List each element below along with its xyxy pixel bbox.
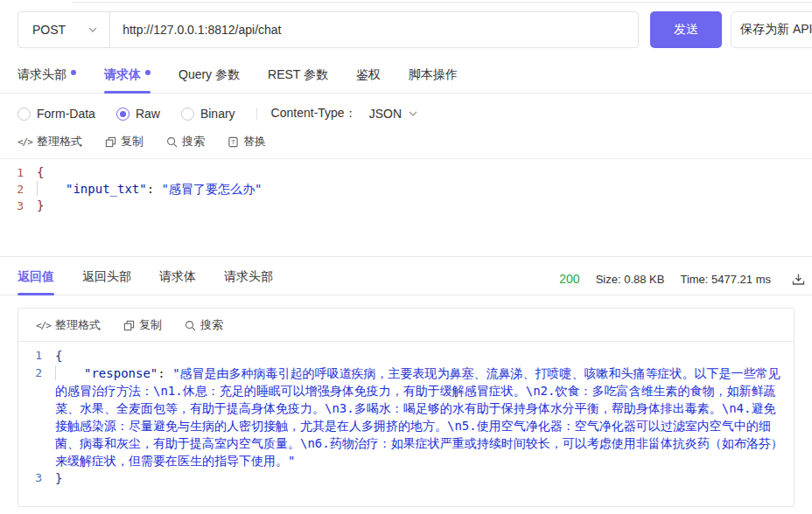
json-value: "感冒是由多种病毒引起的呼吸道疾病，主要表现为鼻塞、流鼻涕、打喷嚏、咳嗽和头痛等… [55, 366, 783, 468]
line-number: 2 [0, 181, 37, 198]
replace-icon: T [228, 136, 239, 148]
send-button[interactable]: 发送 [650, 11, 722, 48]
radio-label: Raw [136, 107, 160, 121]
tool-label: 搜索 [182, 134, 205, 149]
json-colon: : [158, 366, 172, 380]
tool-label: 替换 [243, 134, 266, 149]
radio-label: Binary [200, 107, 235, 121]
window-tab-edge [72, 0, 812, 3]
tab-label: 返回值 [18, 269, 54, 283]
line-number: 3 [0, 198, 37, 214]
brace: { [55, 349, 62, 363]
radio-label: Form-Data [37, 107, 95, 121]
content-type-value: JSON [369, 107, 402, 121]
tool-label: 复制 [121, 134, 144, 149]
save-as-new-api-button[interactable]: 保存为新 API [731, 11, 812, 48]
tab-label: 返回头部 [82, 269, 131, 283]
search-button[interactable]: 搜索 [166, 134, 205, 149]
response-tabs-row: 返回值 返回头部 请求体 请求头部 200 Size: 0.88 KB Time… [0, 264, 812, 295]
chevron-down-icon [409, 111, 417, 116]
request-tabs: 请求头部 请求体 Query 参数 REST 参数 鉴权 脚本操作 [0, 62, 812, 94]
code-line: 3 } [0, 198, 812, 214]
url-group: POST [18, 11, 639, 48]
section-divider [0, 256, 812, 257]
tab-sent-headers[interactable]: 请求头部 [224, 264, 273, 295]
code-line: 3 } [18, 469, 794, 487]
line-number: 3 [18, 469, 55, 487]
indent-guide [37, 181, 66, 196]
code-line: 2 "input_txt": "感冒了要怎么办" [0, 181, 812, 198]
indent-guide [55, 365, 84, 380]
tab-response-body[interactable]: 返回值 [18, 264, 54, 295]
code-icon: </> [36, 320, 51, 331]
tab-label: 请求体 [104, 67, 141, 81]
tab-label: Query 参数 [178, 67, 240, 81]
method-select[interactable]: POST [18, 12, 110, 47]
request-bar: POST 发送 保存为新 API [18, 11, 812, 48]
response-meta: 200 Size: 0.88 KB Time: 5477.21 ms [559, 272, 805, 295]
tool-label: 复制 [139, 317, 162, 333]
radio-icon [18, 108, 31, 121]
tool-label: 整理格式 [37, 134, 82, 149]
modified-dot [71, 70, 76, 75]
divider [256, 108, 257, 120]
response-editor[interactable]: 1 { 2 "response": "感冒是由多种病毒引起的呼吸道疾病，主要表现… [18, 342, 794, 506]
url-input[interactable] [110, 12, 638, 47]
json-value: "感冒了要怎么办" [162, 182, 262, 196]
tool-label: 搜索 [200, 317, 223, 333]
radio-binary[interactable]: Binary [181, 107, 235, 121]
line-number: 1 [0, 164, 37, 181]
tab-label: 请求体 [159, 269, 196, 283]
tab-response-headers[interactable]: 返回头部 [82, 264, 131, 295]
tab-label: 鉴权 [356, 67, 381, 81]
content-type-select[interactable]: JSON [369, 107, 417, 121]
search-icon [166, 136, 178, 148]
copy-icon [105, 136, 116, 148]
tab-label: REST 参数 [268, 67, 328, 81]
tab-sent-body[interactable]: 请求体 [159, 264, 196, 295]
response-toolbar: </> 整理格式 复制 搜索 [18, 309, 794, 342]
format-button[interactable]: </> 整理格式 [36, 317, 101, 333]
request-editor[interactable]: 1 { 2 "input_txt": "感冒了要怎么办" 3 } [0, 158, 812, 214]
method-value: POST [32, 23, 66, 37]
status-code: 200 [559, 272, 579, 286]
radio-raw[interactable]: Raw [116, 107, 160, 121]
line-number: 2 [18, 365, 55, 469]
tab-rest-params[interactable]: REST 参数 [268, 62, 328, 93]
search-icon [185, 320, 196, 331]
format-button[interactable]: </> 整理格式 [18, 134, 82, 149]
tab-scripts[interactable]: 脚本操作 [409, 62, 458, 93]
request-editor-toolbar: </> 整理格式 复制 搜索 T 替换 [18, 134, 812, 149]
tab-label: 脚本操作 [409, 67, 458, 81]
body-type-row: Form-Data Raw Binary Content-Type： JSON [18, 106, 812, 122]
tab-label: 请求头部 [18, 67, 66, 81]
code-line: 1 { [0, 164, 812, 181]
radio-checked-icon [116, 108, 130, 121]
tab-request-headers[interactable]: 请求头部 [18, 62, 76, 93]
code-line: 2 "response": "感冒是由多种病毒引起的呼吸道疾病，主要表现为鼻塞、… [18, 365, 794, 469]
copy-button[interactable]: 复制 [105, 134, 144, 149]
response-size: Size: 0.88 KB [596, 273, 665, 286]
brace: } [37, 198, 44, 212]
line-number: 1 [18, 347, 55, 365]
radio-form-data[interactable]: Form-Data [18, 107, 95, 121]
brace: { [37, 165, 44, 179]
json-colon: : [147, 182, 162, 196]
radio-icon [181, 108, 194, 121]
tab-query-params[interactable]: Query 参数 [178, 62, 240, 93]
response-panel: </> 整理格式 复制 搜索 1 { 2 "response": "感冒是由多种… [18, 308, 794, 507]
code-line: 1 { [18, 347, 794, 365]
json-key: "response" [84, 366, 158, 380]
search-button[interactable]: 搜索 [185, 317, 223, 333]
copy-button[interactable]: 复制 [123, 317, 162, 333]
tab-request-body[interactable]: 请求体 [104, 62, 150, 93]
chevron-down-icon [88, 27, 97, 32]
tab-label: 请求头部 [224, 269, 273, 283]
svg-text:T: T [230, 138, 235, 145]
tab-auth[interactable]: 鉴权 [356, 62, 381, 93]
replace-button[interactable]: T 替换 [228, 134, 266, 149]
download-icon[interactable] [792, 273, 805, 286]
copy-icon [123, 320, 135, 331]
code-icon: </> [18, 136, 32, 148]
brace: } [55, 471, 62, 485]
